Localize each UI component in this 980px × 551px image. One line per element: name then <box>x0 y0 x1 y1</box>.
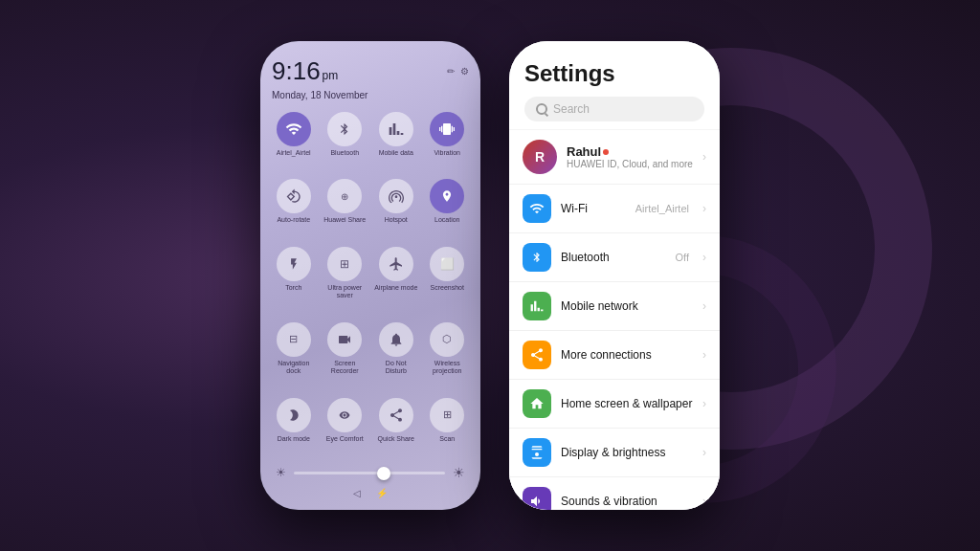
qs-ultra-power[interactable]: ⊞ Ultra power saver <box>323 247 368 315</box>
bt-settings-icon <box>523 243 551 272</box>
brightness-slider[interactable] <box>294 472 445 474</box>
qs-screenshot[interactable]: ⬜ Screenshot <box>426 247 470 315</box>
home-settings-icon <box>523 389 551 418</box>
brightness-max-icon: ☀ <box>453 465 465 480</box>
profile-row[interactable]: R Rahul HUAWEI ID, Cloud, and more › <box>509 130 720 185</box>
settings-item-sounds[interactable]: Sounds & vibration › <box>509 477 720 510</box>
display-settings-icon <box>523 438 551 467</box>
wifi-settings-value: Airtel_Airtel <box>635 203 689 214</box>
settings-item-home[interactable]: Home screen & wallpaper › <box>509 380 720 429</box>
qs-bluetooth[interactable]: Bluetooth <box>323 112 368 171</box>
qs-wireless-proj[interactable]: ⬡ Wireless projection <box>426 322 470 390</box>
qs-hotspot[interactable]: Hotspot <box>374 179 418 238</box>
gesture-home-icon: ⚡ <box>376 488 388 498</box>
qs-scan[interactable]: ⊞ Scan <box>426 398 470 457</box>
qs-torch[interactable]: Torch <box>272 247 316 315</box>
rotate-icon <box>277 179 311 213</box>
left-phone: 9:16pm ✏ ⚙ Monday, 18 November Airtel_Ai… <box>260 41 480 510</box>
mobile-settings-icon <box>523 292 551 320</box>
status-icons: ✏ ⚙ <box>447 66 469 77</box>
qs-eye-comfort[interactable]: Eye Comfort <box>323 398 368 457</box>
online-dot <box>603 149 609 155</box>
power-icon: ⊞ <box>327 247 362 281</box>
sounds-chevron: › <box>702 495 706 508</box>
signal-icon <box>379 112 413 146</box>
display-label: Display & brightness <box>561 446 693 459</box>
eye-comfort-icon <box>327 398 362 432</box>
wireless-proj-icon: ⬡ <box>430 322 464 357</box>
qs-dnd[interactable]: Do Not Disturb <box>374 322 418 390</box>
quick-settings-grid: Airtel_Airtel Bluetooth Mobile data <box>272 112 469 457</box>
qs-mobile-data[interactable]: Mobile data <box>374 112 418 171</box>
scan-label: Scan <box>439 435 455 443</box>
search-bar[interactable]: Search <box>524 97 704 121</box>
bt-label: Bluetooth <box>330 149 359 157</box>
qs-vibration[interactable]: Vibration <box>426 112 470 171</box>
settings-header: Settings Search <box>509 41 720 129</box>
more-conn-label: More connections <box>561 348 693 362</box>
right-phone: Settings Search R Rahul HUAWEI ID, Cloud <box>509 41 720 510</box>
qs-screen-recorder[interactable]: Screen Recorder <box>323 322 368 390</box>
settings-panel: Settings Search R Rahul HUAWEI ID, Cloud <box>509 41 720 510</box>
wifi-label: Airtel_Airtel <box>277 149 311 157</box>
dark-mode-label: Dark mode <box>278 435 310 443</box>
mobile-data-label: Mobile data <box>379 149 413 157</box>
qs-quick-share[interactable]: Quick Share <box>374 398 418 457</box>
huawei-share-icon: ⊕ <box>327 179 362 213</box>
settings-item-wifi[interactable]: Wi-Fi Airtel_Airtel › <box>509 185 720 233</box>
hotspot-label: Hotspot <box>385 216 408 224</box>
notification-panel: 9:16pm ✏ ⚙ Monday, 18 November Airtel_Ai… <box>260 41 480 510</box>
edit-icon: ✏ <box>447 66 455 77</box>
search-placeholder: Search <box>553 102 590 116</box>
more-conn-settings-icon <box>523 341 551 369</box>
status-bar: 9:16pm ✏ ⚙ <box>272 56 469 86</box>
sound-settings-icon <box>523 487 551 510</box>
display-chevron: › <box>702 446 706 459</box>
settings-item-bluetooth[interactable]: Bluetooth Off › <box>509 233 720 282</box>
brightness-thumb[interactable] <box>377 467 390 480</box>
settings-item-more-connections[interactable]: More connections › <box>509 331 720 380</box>
hotspot-icon <box>379 179 413 213</box>
home-label: Home screen & wallpaper <box>561 397 693 410</box>
auto-rotate-label: Auto-rotate <box>277 216 310 224</box>
location-label: Location <box>434 216 459 224</box>
profile-subtitle: HUAWEI ID, Cloud, and more <box>567 159 693 169</box>
more-conn-chevron: › <box>702 348 706 362</box>
date-display: Monday, 18 November <box>272 90 469 100</box>
qs-nav-dock[interactable]: ⊟ Navigation dock <box>272 322 316 390</box>
time-display: 9:16pm <box>272 56 338 86</box>
wireless-proj-label: Wireless projection <box>426 360 470 376</box>
torch-label: Torch <box>285 284 301 292</box>
qs-dark-mode[interactable]: Dark mode <box>272 398 316 457</box>
profile-name: Rahul <box>567 144 693 159</box>
screen-recorder-label: Screen Recorder <box>323 360 368 376</box>
settings-icon: ⚙ <box>460 66 469 77</box>
qs-auto-rotate[interactable]: Auto-rotate <box>272 179 316 238</box>
profile-chevron: › <box>702 150 706 164</box>
qs-airplane[interactable]: Airplane mode <box>374 247 418 315</box>
bt-settings-label: Bluetooth <box>561 251 666 264</box>
record-icon <box>327 322 362 357</box>
torch-icon <box>277 247 311 281</box>
wifi-icon <box>277 112 311 146</box>
airplane-icon <box>379 247 413 281</box>
bluetooth-icon <box>327 112 362 146</box>
time: 9:16pm <box>272 56 338 85</box>
settings-item-display[interactable]: Display & brightness › <box>509 429 720 477</box>
home-chevron: › <box>702 397 706 410</box>
settings-item-mobile[interactable]: Mobile network › <box>509 282 720 331</box>
ultra-power-label: Ultra power saver <box>323 284 368 300</box>
qs-location[interactable]: Location <box>426 179 470 238</box>
huawei-share-label: Huawei Share <box>323 216 366 224</box>
scan-icon: ⊞ <box>430 398 464 432</box>
bt-settings-value: Off <box>676 252 689 263</box>
quick-share-icon <box>379 398 413 432</box>
qs-wifi[interactable]: Airtel_Airtel <box>272 112 316 171</box>
screenshot-label: Screenshot <box>431 284 464 292</box>
search-icon <box>536 103 547 115</box>
dnd-icon <box>379 322 413 357</box>
qs-huawei-share[interactable]: ⊕ Huawei Share <box>323 179 368 238</box>
quick-share-label: Quick Share <box>377 435 414 443</box>
profile-info: Rahul HUAWEI ID, Cloud, and more <box>567 144 693 169</box>
settings-list: R Rahul HUAWEI ID, Cloud, and more › <box>509 130 720 510</box>
